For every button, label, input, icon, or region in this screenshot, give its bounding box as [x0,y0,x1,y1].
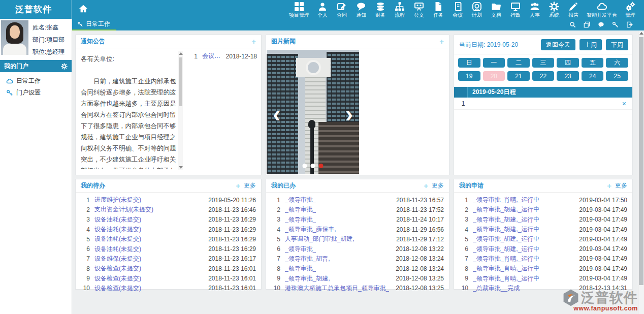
done-link[interactable]: _领导审批_ [285,205,316,214]
todo-more-link[interactable]: 更多 [244,181,256,190]
nav-item-system[interactable]: 系统 [544,1,564,19]
todo-link[interactable]: 设备油耗(未提交) [94,225,141,234]
done-link[interactable]: _领导审批_ [285,196,316,204]
carousel-dot-1[interactable] [303,164,307,168]
todo-list-item[interactable]: 10 设备检查(未提交) 2018-11-23 16:01 [79,284,256,293]
apply-list-item[interactable]: 1 _领导审批_肖晴,_运行中 2019-03-04 17:50 [457,195,627,205]
home-button[interactable] [71,0,94,19]
nav-item-notification[interactable]: 通知 [351,1,371,19]
date-cell-24[interactable]: 24 [582,71,604,81]
date-cell-19[interactable]: 19 [458,71,480,81]
carousel-prev-icon[interactable]: ‹ [273,105,280,123]
done-list-item[interactable]: 8 _领导审批_ 2018-12-08 13:24 [269,264,444,273]
weekday-mon[interactable]: 一 [483,58,505,68]
date-cell-25[interactable]: 25 [606,71,628,81]
done-list-item[interactable]: 3 _领导审批_ 2018-11-24 10:17 [269,215,444,225]
nav-item-hr[interactable]: 人事 [525,1,544,19]
add-todo-button[interactable]: + [236,182,240,190]
done-link[interactable]: _领导审批_薛保丰, [285,225,336,234]
todo-link[interactable]: 支出资金计划(未提交) [94,205,153,214]
weekday-fri[interactable]: 五 [582,58,604,68]
todo-link[interactable]: 设备检查(未提交) [94,264,141,273]
notice-list-item[interactable]: 1 会议通知 2018-12-18 [186,51,257,61]
todo-list-item[interactable]: 8 设备检查(未提交) 2018-11-23 16:01 [79,264,256,273]
next-week-button[interactable]: 下周 [606,39,628,50]
carousel-dot-3[interactable] [319,164,324,168]
nav-item-workflow[interactable]: 流程 [390,1,409,19]
weekday-sat[interactable]: 六 [606,58,628,68]
nav-item-finance[interactable]: 财务 [371,1,390,19]
todo-list-item[interactable]: 2 支出资金计划(未提交) 2018-11-23 16:46 [79,205,256,214]
apply-list-item[interactable]: 8 _领导审批_肖晴,_运行中 2019-03-04 17:49 [457,264,627,273]
todo-link[interactable]: 设备油耗(未提交) [94,235,141,243]
apply-list-item[interactable]: 9 _领导审批_肖晴,_运行中 2019-03-04 17:49 [457,273,627,283]
todo-list-item[interactable]: 3 设备油耗(未提交) 2018-11-23 16:29 [79,215,256,225]
nav-item-task[interactable]: 任务 [429,1,448,19]
apply-link[interactable]: _领导审批_肖晴,_运行中 [473,264,539,273]
todo-link[interactable]: 进度维护(未提交) [94,196,141,204]
apply-link[interactable]: _领导审批_肖晴,_运行中 [473,196,539,204]
todo-link[interactable]: 设备检查(未提交) [94,284,141,293]
nav-item-personal[interactable]: 个人 [313,1,332,19]
scroll-up-arrow-icon[interactable] [639,32,643,35]
apply-more-link[interactable]: 更多 [615,181,627,190]
apply-link[interactable]: _领导审批_肖晴,_运行中 [473,255,539,263]
todo-list-item[interactable]: 1 进度维护(未提交) 2019-05-20 11:26 [79,195,256,205]
apply-list-item[interactable]: 6 _领导审批_胡建,_运行中 2019-03-04 17:49 [457,244,627,254]
weekday-wed[interactable]: 三 [532,58,555,68]
sidebar-item-portal-settings[interactable]: 门户设置 [0,87,72,99]
todo-list-item[interactable]: 6 设备油耗(未提交) 2018-11-23 16:29 [79,244,256,254]
apply-link[interactable]: _领导审批_胡建,_运行中 [473,235,539,243]
todo-link[interactable]: 设备检查(未提交) [94,274,141,283]
todo-list-item[interactable]: 4 设备油耗(未提交) 2018-11-23 16:29 [79,225,256,234]
search-icon[interactable] [569,21,576,28]
todo-list-item[interactable]: 5 设备油耗(未提交) 2018-11-23 16:29 [79,234,256,244]
logout-icon[interactable] [626,21,633,28]
apply-list-item[interactable]: 3 _领导审批_胡建,_运行中 2019-03-04 17:49 [457,215,627,225]
apply-list-item[interactable]: 5 _领导审批_胡建,_运行中 2019-03-04 17:49 [457,234,627,244]
key-icon[interactable] [612,21,619,28]
date-cell-21[interactable]: 21 [507,71,530,81]
sidebar-item-daily-work[interactable]: 日常工作 [0,75,72,87]
add-news-button[interactable]: + [439,38,444,45]
apply-list-item[interactable]: 2 _领导审批_胡建,_运行中 2019-03-04 17:49 [457,205,627,214]
weekday-tue[interactable]: 二 [507,58,530,68]
done-link[interactable]: _领导审批_ [285,245,316,254]
notice-scrollbar[interactable] [178,51,183,170]
apply-link[interactable]: _领导审批_胡建,_运行中 [473,205,539,214]
scrollbar-thumb[interactable] [639,37,643,285]
apply-link[interactable]: _领导审批_胡建,_运行中 [473,215,539,224]
add-apply-button[interactable]: + [607,182,611,190]
nav-item-plan[interactable]: 计划 [467,1,487,19]
nav-item-official-doc[interactable]: 公文 [409,1,429,19]
todo-link[interactable]: 设备油耗(未提交) [94,245,141,254]
carousel-next-icon[interactable]: › [345,105,353,123]
notice-link[interactable]: 会议通知 [202,52,223,60]
portal-settings-gear-icon[interactable] [61,63,68,70]
todo-list-item[interactable]: 9 设备检查(未提交) 2018-11-23 16:01 [79,273,256,283]
add-done-button[interactable]: + [424,182,428,190]
apply-list-item[interactable]: 7 _领导审批_肖晴,_运行中 2019-03-04 17:49 [457,254,627,264]
done-link[interactable]: 人事调动_部门审批_胡建, [285,235,355,243]
apply-list-item[interactable]: 4 _领导审批_胡建,_运行中 2019-03-04 17:49 [457,225,627,234]
apply-link[interactable]: _领导审批_胡建,_运行中 [473,225,539,234]
done-link[interactable]: _领导审批_胡建, [285,274,330,283]
notice-body[interactable]: 各有关单位: 目前，建筑施工企业内部承包合同纠纷逐步增多，法院受理的这方面案件也… [81,53,176,169]
done-list-item[interactable]: 1 _领导审批_ 2018-11-23 16:57 [269,195,444,205]
todo-link[interactable]: 设备维保(未提交) [94,255,141,263]
window-restore-icon[interactable] [584,21,590,28]
news-carousel[interactable]: ‹ › [267,50,359,174]
done-more-link[interactable]: 更多 [432,181,444,190]
nav-item-documents[interactable]: 文档 [487,1,506,19]
carousel-dot-2[interactable] [311,164,315,168]
done-link[interactable]: _领导审批_ [285,215,316,224]
page-scrollbar[interactable] [638,30,644,314]
apply-link[interactable]: _领导审批_胡建,_运行中 [473,245,539,254]
nav-item-dev-platform[interactable]: 智能开发平台 [583,1,621,19]
todo-link[interactable]: 设备油耗(未提交) [94,215,141,224]
date-cell-23[interactable]: 23 [557,71,579,81]
nav-item-report[interactable]: 报告 [564,1,583,19]
nav-item-administration[interactable]: 行政 [506,1,525,19]
add-notice-button[interactable]: + [251,38,256,45]
done-list-item[interactable]: 7 _领导审批_胡晋, 2018-12-08 13:24 [269,254,444,264]
